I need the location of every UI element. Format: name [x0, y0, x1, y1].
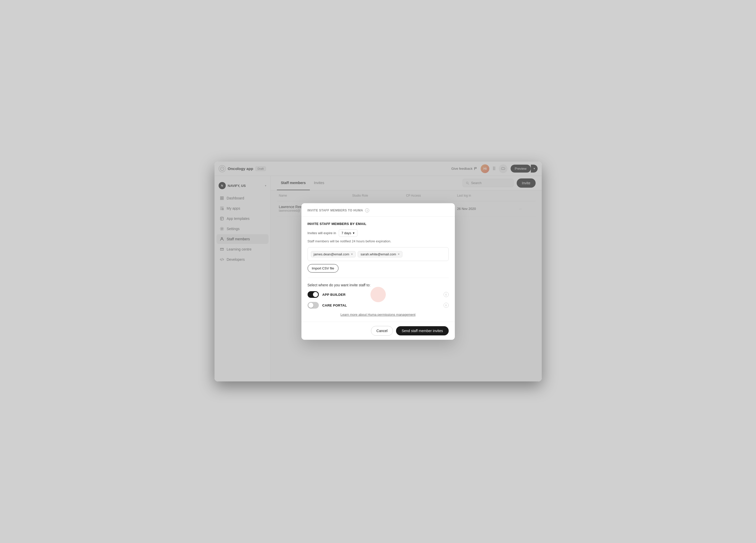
expire-chevron-icon: ▾	[353, 231, 355, 235]
modal-body: INVITE STAFF MEMBERS BY EMAIL Invites wi…	[301, 217, 455, 322]
learn-more-link[interactable]: Learn more about Huma permissions manage…	[308, 313, 449, 316]
email-tag-1: james.dean@email.com ×	[311, 251, 356, 257]
app-builder-label: APP BUILDER	[322, 293, 440, 297]
invite-modal: INVITE STAFF MEMBERS TO HUMA i INVITE ST…	[301, 203, 455, 340]
expire-select[interactable]: 7 days ▾	[339, 229, 357, 237]
email-tag-2-remove[interactable]: ×	[398, 252, 400, 256]
modal-footer: Cancel Send staff member invites	[301, 322, 455, 340]
care-portal-toggle[interactable]	[308, 302, 319, 309]
modal-header: INVITE STAFF MEMBERS TO HUMA i	[301, 203, 455, 217]
care-portal-label: CARE PORTAL	[322, 303, 440, 307]
expire-row: Invites will expire in 7 days ▾	[308, 229, 449, 237]
import-csv-button[interactable]: Import CSV file	[308, 264, 338, 273]
app-builder-toggle-row: APP BUILDER i	[308, 291, 449, 298]
care-portal-info-icon[interactable]: i	[444, 303, 449, 308]
email-input-area[interactable]: james.dean@email.com × sarah.white@email…	[308, 247, 449, 261]
modal-info-icon[interactable]: i	[365, 208, 369, 212]
expire-label: Invites will expire in	[308, 231, 336, 235]
select-where-title: Select where do you want invite staff to…	[308, 283, 449, 287]
expire-value: 7 days	[342, 231, 351, 235]
send-button[interactable]: Send staff member invites	[396, 326, 449, 335]
care-portal-toggle-slider	[308, 302, 319, 309]
app-builder-toggle-slider	[308, 291, 319, 298]
email-tag-2: sarah.white@email.com ×	[358, 251, 402, 257]
email-tag-2-value: sarah.white@email.com	[360, 252, 396, 256]
email-tag-1-value: james.dean@email.com	[314, 252, 349, 256]
section-divider	[308, 278, 449, 278]
import-csv-label: Import CSV file	[312, 266, 334, 270]
app-builder-toggle[interactable]	[308, 291, 319, 298]
modal-overlay: INVITE STAFF MEMBERS TO HUMA i INVITE ST…	[215, 162, 542, 381]
email-tag-1-remove[interactable]: ×	[351, 252, 353, 256]
app-window: Oncology app Draft Give feedback Hi ⠿	[215, 162, 542, 381]
app-builder-info-icon[interactable]: i	[444, 292, 449, 297]
section-title: INVITE STAFF MEMBERS BY EMAIL	[308, 222, 449, 226]
care-portal-toggle-row: CARE PORTAL i	[308, 302, 449, 309]
cancel-button[interactable]: Cancel	[371, 326, 393, 336]
expiry-note: Staff members will be notified 24 hours …	[308, 239, 449, 243]
modal-title: INVITE STAFF MEMBERS TO HUMA	[308, 209, 363, 212]
